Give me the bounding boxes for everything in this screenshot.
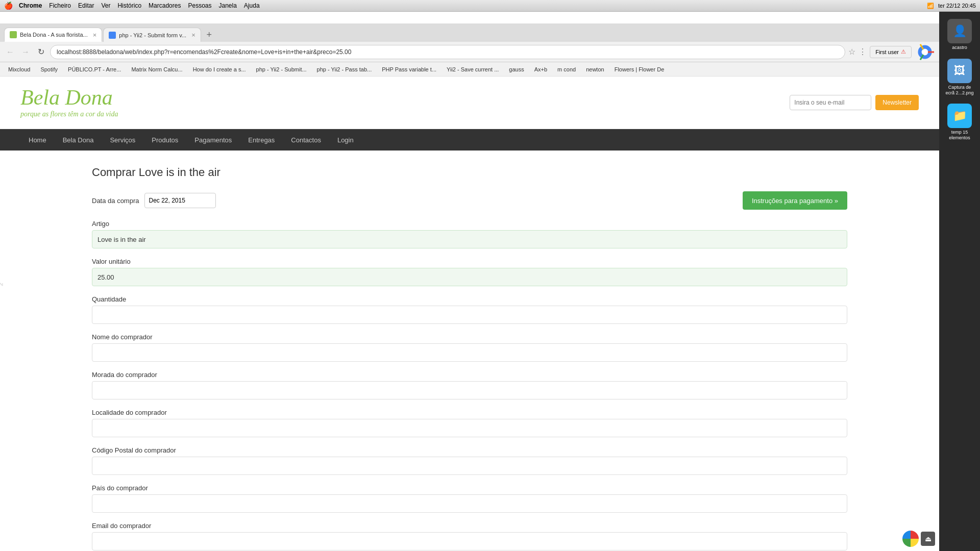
input-morada[interactable]: [92, 381, 847, 399]
svg-line-6: [0, 273, 3, 286]
logo-area: Bela Dona porque as flores têm a cor da …: [20, 87, 118, 118]
input-localidade[interactable]: [92, 419, 847, 437]
nav-login[interactable]: Login: [329, 129, 362, 151]
field-row-nome: Nome do comprador: [92, 333, 847, 362]
date-purchase-row: Data da compra Instruções para pagamento…: [92, 191, 847, 210]
clock: ter 22/12 20:45: [938, 3, 976, 9]
user-warning-icon: ⚠: [901, 48, 906, 55]
bookmark-how[interactable]: How do I create a s...: [189, 64, 250, 75]
desktop-icon-acastro[interactable]: 👤 acastro: [943, 17, 976, 53]
menu-editar[interactable]: Editar: [78, 2, 94, 9]
nav-produtos[interactable]: Produtos: [143, 129, 186, 151]
newsletter-button[interactable]: Newsletter: [875, 95, 919, 110]
bookmark-php-yii2-1[interactable]: php - Yii2 - Submit...: [252, 64, 311, 75]
page-content: Bela Dona porque as flores têm a cor da …: [0, 77, 939, 551]
bookmark-spotify[interactable]: Spotify: [36, 64, 62, 75]
bookmark-flowers[interactable]: Flowers | Flower De: [610, 64, 669, 75]
apple-logo-icon[interactable]: 🍎: [4, 2, 13, 10]
menu-historico[interactable]: Histórico: [117, 2, 141, 9]
menu-chrome[interactable]: Chrome: [19, 2, 42, 9]
wifi-icon: 📶: [927, 3, 934, 9]
first-user-button[interactable]: First user ⚠: [870, 46, 912, 58]
url-bar[interactable]: localhost:8888/beladona/web/index.php?r=…: [50, 45, 845, 59]
main-content: Bela Dona porque as flores têm a cor da …: [0, 77, 939, 551]
dock-icon-2[interactable]: ⏏: [921, 532, 935, 546]
nav-pagamentos[interactable]: Pagamentos: [186, 129, 240, 151]
bookmark-axb[interactable]: Ax+b: [530, 64, 551, 75]
field-row-morada: Morada do comprador: [92, 371, 847, 399]
acastro-icon: 👤: [947, 19, 972, 43]
address-bar: ← → ↻ localhost:8888/beladona/web/index.…: [0, 42, 939, 62]
forward-button[interactable]: →: [19, 46, 32, 58]
menu-janela[interactable]: Janela: [218, 2, 236, 9]
temp-folder-icon: 📁: [947, 104, 972, 128]
bookmark-php-yii2-2[interactable]: php - Yii2 - Pass tab...: [313, 64, 376, 75]
menu-ver[interactable]: Ver: [101, 2, 110, 9]
field-row-valor: Valor unitário: [92, 258, 847, 286]
date-left: Data da compra: [92, 193, 216, 208]
field-row-quantidade: Quantidade: [92, 295, 847, 324]
input-quantidade[interactable]: [92, 306, 847, 324]
bookmark-mcond[interactable]: m cond: [553, 64, 580, 75]
input-nome[interactable]: [92, 343, 847, 362]
tab-favicon-1: [10, 31, 17, 38]
menubar-right: 📶 ter 22/12 20:45: [927, 3, 976, 9]
bookmark-mixcloud[interactable]: Mixcloud: [4, 64, 34, 75]
bookmark-yii2-save[interactable]: Yii2 - Save current ...: [443, 64, 503, 75]
bookmark-php-pass[interactable]: PHP Pass variable t...: [378, 64, 440, 75]
label-artigo: Artigo: [92, 220, 847, 228]
temp-label: temp 15 elementos: [945, 130, 974, 141]
input-pais[interactable]: [92, 494, 847, 513]
input-codigo-postal[interactable]: [92, 457, 847, 475]
field-row-artigo: Artigo: [92, 220, 847, 248]
site-nav: Home Bela Dona Serviços Produtos Pagamen…: [0, 129, 939, 151]
new-tab-button[interactable]: +: [202, 28, 216, 42]
nav-entregas[interactable]: Entregas: [240, 129, 283, 151]
bookmark-matrix[interactable]: Matrix Norm Calcu...: [127, 64, 186, 75]
tab-close-1[interactable]: ×: [93, 31, 97, 39]
site-logo: Bela Dona: [20, 87, 118, 108]
field-row-pais: País do comprador: [92, 484, 847, 513]
menu-marcadores[interactable]: Marcadores: [149, 2, 181, 9]
label-pais: País do comprador: [92, 484, 847, 492]
label-codigo-postal: Código Postal do comprador: [92, 446, 847, 454]
nav-servicos[interactable]: Serviços: [102, 129, 143, 151]
desktop-icon-temp[interactable]: 📁 temp 15 elementos: [943, 102, 976, 143]
tab-title-2: php - Yii2 - Submit form v...: [119, 32, 186, 38]
yoyo-icon[interactable]: [902, 531, 919, 547]
newsletter-area: Newsletter: [790, 95, 919, 110]
label-localidade: Localidade do comprador: [92, 409, 847, 416]
bookmarks-bar: Mixcloud Spotify PÚBLICO.PT - Arre... Ma…: [0, 62, 939, 77]
screenshot-label: Captura de ecrã 2...2.png: [945, 85, 974, 96]
back-button[interactable]: ←: [4, 46, 16, 58]
date-input[interactable]: [144, 193, 216, 208]
field-row-email: Email do comprador: [92, 522, 847, 550]
input-email[interactable]: [92, 532, 847, 550]
reload-button[interactable]: ↻: [35, 46, 47, 58]
menu-ficheiro[interactable]: Ficheiro: [49, 2, 71, 9]
tab-favicon-2: [109, 32, 116, 39]
field-row-localidade: Localidade do comprador: [92, 409, 847, 437]
site-header: Bela Dona porque as flores têm a cor da …: [0, 77, 939, 129]
nav-contactos[interactable]: Contactos: [283, 129, 329, 151]
tab-beladona[interactable]: Bela Dona - A sua florista... ×: [4, 28, 102, 42]
bookmark-publico[interactable]: PÚBLICO.PT - Arre...: [64, 64, 125, 75]
bookmark-newton[interactable]: newton: [582, 64, 608, 75]
nav-beladona[interactable]: Bela Dona: [55, 129, 102, 151]
newsletter-input[interactable]: [790, 95, 871, 110]
tab-php-yii2[interactable]: php - Yii2 - Submit form v... ×: [103, 28, 201, 42]
payment-instructions-button[interactable]: Instruções para pagamento »: [743, 191, 847, 210]
desktop-icon-screenshot[interactable]: 🖼 Captura de ecrã 2...2.png: [943, 57, 976, 98]
handwriting-annotation: 5 Qt VALUE: [0, 242, 31, 344]
chrome-icon-button[interactable]: [915, 42, 935, 62]
nav-home[interactable]: Home: [20, 129, 55, 151]
settings-icon[interactable]: ⋮: [859, 47, 867, 57]
bottom-dock: ⏏: [902, 531, 935, 547]
star-icon[interactable]: ☆: [848, 47, 855, 57]
bookmark-gauss[interactable]: gauss: [505, 64, 528, 75]
form-area: 5 Qt VALUE Comprar Love is in the air: [0, 151, 939, 551]
tab-close-2[interactable]: ×: [191, 31, 195, 39]
menu-pessoas[interactable]: Pessoas: [188, 2, 211, 9]
input-artigo: [92, 230, 847, 248]
menu-ajuda[interactable]: Ajuda: [244, 2, 260, 9]
